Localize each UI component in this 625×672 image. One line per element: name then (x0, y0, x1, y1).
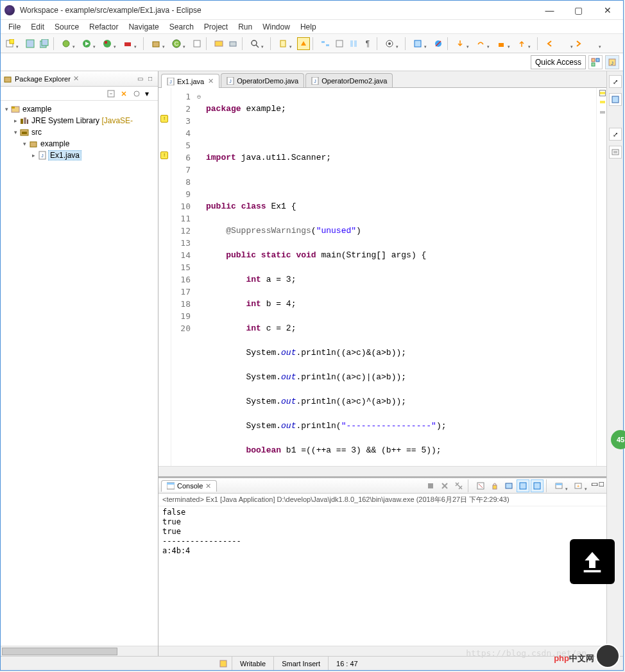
svg-rect-20 (321, 41, 325, 43)
open-type-button[interactable] (191, 37, 203, 50)
annotation-nav-button[interactable] (277, 37, 289, 50)
console-output[interactable]: false true true ----------------- a:4b:4 (158, 506, 606, 646)
svg-rect-45 (27, 119, 28, 124)
forward-button[interactable] (572, 37, 585, 50)
step-over-button[interactable] (474, 37, 487, 50)
skip-all-bp-button[interactable] (432, 37, 445, 50)
toggle-breadcrumb-button[interactable] (319, 37, 332, 50)
toggle-block-button[interactable] (347, 37, 360, 50)
menu-refactor[interactable]: Refactor (84, 21, 123, 33)
upload-overlay-icon[interactable] (570, 539, 615, 584)
svg-text:J: J (169, 80, 172, 84)
svg-rect-43 (21, 119, 23, 124)
tree-src[interactable]: ▾ src (2, 126, 157, 138)
svg-rect-48 (30, 142, 37, 147)
outline-view-button[interactable] (609, 93, 622, 106)
menu-window[interactable]: Window (257, 21, 295, 33)
tab-close-icon[interactable]: ✕ (208, 77, 214, 85)
new-java-package-button[interactable] (150, 37, 162, 50)
open-element-button[interactable] (227, 37, 239, 50)
trim-restore2-button[interactable]: ⤢ (609, 128, 622, 141)
word-wrap-button[interactable] (502, 479, 515, 492)
overview-ruler[interactable] (596, 88, 606, 466)
next-annotation-button[interactable] (383, 37, 396, 50)
pkg-hscroll[interactable] (1, 646, 158, 656)
menu-file[interactable]: File (3, 21, 26, 33)
view-menu-button[interactable]: ▾ (145, 89, 154, 98)
terminate-button[interactable] (424, 479, 437, 492)
toggle-mark-button[interactable] (333, 37, 346, 50)
tasks-view-button[interactable] (609, 146, 622, 159)
toggle-highlight-button[interactable] (297, 37, 310, 50)
drop-to-frame-button[interactable] (495, 37, 508, 50)
step-return-button[interactable] (515, 37, 528, 50)
tree-package[interactable]: ▾ example (2, 138, 157, 150)
back-button[interactable] (544, 37, 556, 50)
resume-button[interactable] (411, 37, 424, 50)
menu-source[interactable]: Source (49, 21, 84, 33)
trim-restore-button[interactable]: ⤢ (609, 75, 622, 88)
save-button[interactable] (24, 37, 37, 50)
new-java-class-button[interactable]: C (170, 37, 183, 50)
quick-access-input[interactable]: Quick Access (531, 55, 586, 69)
coverage-button[interactable] (101, 37, 114, 50)
tree-jre[interactable]: ▸ JRE System Library [JavaSE- (2, 115, 157, 126)
fold-gutter[interactable]: ⊖ (194, 88, 203, 466)
package-explorer-tree[interactable]: ▾ example ▸ JRE System Library [JavaSE- … (1, 101, 158, 646)
pin-console-button[interactable] (517, 479, 529, 492)
menu-navigate[interactable]: Navigate (123, 21, 164, 33)
svg-point-40 (134, 91, 139, 96)
console-maximize-button[interactable]: □ (599, 479, 604, 492)
tree-project[interactable]: ▾ example (2, 103, 157, 115)
scroll-lock-button[interactable] (488, 479, 501, 492)
minimize-button[interactable]: — (535, 1, 564, 19)
remove-launch-button[interactable] (438, 479, 451, 492)
tab-operatordemo[interactable]: J OperatorDemo.java (221, 73, 304, 87)
console-minimize-button[interactable]: ▭ (591, 479, 598, 492)
menu-edit[interactable]: Edit (26, 21, 49, 33)
java-perspective-button[interactable]: J (605, 55, 619, 69)
open-console-button[interactable]: + (572, 479, 585, 492)
eclipse-icon (4, 5, 15, 15)
floating-badge[interactable]: 45 (611, 430, 625, 449)
run-button[interactable] (80, 37, 93, 50)
tree-file-ex1[interactable]: ▸ J Ex1.java (2, 150, 157, 161)
view-maximize-button[interactable]: □ (145, 74, 155, 84)
avatar-icon[interactable] (595, 644, 620, 668)
view-minimize-button[interactable]: ▭ (135, 74, 145, 84)
remove-all-button[interactable] (452, 479, 465, 492)
open-task-button[interactable] (212, 37, 225, 50)
open-perspective-button[interactable] (588, 55, 603, 69)
clear-console-button[interactable] (474, 479, 487, 492)
warning-marker-icon[interactable]: ! (160, 115, 168, 123)
close-button[interactable]: ✕ (593, 1, 622, 19)
forward-history-button[interactable] (586, 37, 599, 50)
new-button[interactable] (3, 37, 16, 50)
code-editor[interactable]: package example; import java.util.Scanne… (203, 88, 596, 466)
link-editor-button[interactable] (119, 89, 128, 98)
line-number-gutter[interactable]: 1234567891011121314151617181920 (171, 88, 194, 466)
menu-run[interactable]: Run (233, 21, 257, 33)
marker-gutter[interactable]: ! ! (158, 88, 171, 466)
save-all-button[interactable] (38, 37, 51, 50)
warning-marker-icon[interactable]: ! (160, 151, 168, 159)
search-button[interactable] (248, 37, 261, 50)
ext-tools-button[interactable] (121, 37, 134, 50)
collapse-all-button[interactable] (107, 89, 116, 98)
display-console-button[interactable] (552, 479, 565, 492)
focus-task-button[interactable] (132, 89, 141, 98)
step-into-button[interactable] (454, 37, 467, 50)
tab-ex1[interactable]: J Ex1.java ✕ (161, 74, 219, 88)
debug-button[interactable] (60, 37, 73, 50)
menu-help[interactable]: Help (295, 21, 321, 33)
menu-project[interactable]: Project (199, 21, 233, 33)
show-whitespace-button[interactable]: ¶ (361, 37, 374, 50)
tab-operatordemo2[interactable]: J OperatorDemo2.java (305, 73, 393, 87)
console-tab[interactable]: Console ✕ (161, 480, 217, 492)
show-on-output-button[interactable] (531, 479, 544, 492)
editor-hscroll[interactable] (158, 466, 606, 476)
main-toolbar: C ¶ (1, 34, 623, 53)
back-history-button[interactable] (558, 37, 570, 50)
maximize-button[interactable]: ▢ (564, 1, 593, 19)
menu-search[interactable]: Search (164, 21, 199, 33)
